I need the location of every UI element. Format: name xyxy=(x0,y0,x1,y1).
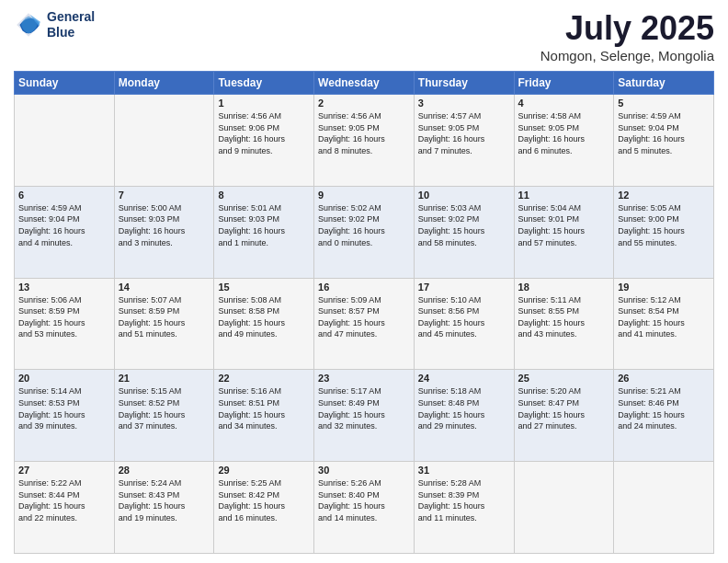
calendar-cell: 19Sunrise: 5:12 AM Sunset: 8:54 PM Dayli… xyxy=(614,278,714,370)
day-info: Sunrise: 5:28 AM Sunset: 8:39 PM Dayligh… xyxy=(418,477,510,523)
day-info: Sunrise: 5:08 AM Sunset: 8:58 PM Dayligh… xyxy=(218,294,310,340)
day-number: 17 xyxy=(418,282,510,293)
calendar-week-row: 1Sunrise: 4:56 AM Sunset: 9:06 PM Daylig… xyxy=(15,95,714,187)
day-info: Sunrise: 4:59 AM Sunset: 9:04 PM Dayligh… xyxy=(618,110,710,156)
calendar-cell: 20Sunrise: 5:14 AM Sunset: 8:53 PM Dayli… xyxy=(15,370,115,462)
calendar-cell: 5Sunrise: 4:59 AM Sunset: 9:04 PM Daylig… xyxy=(614,95,714,187)
day-number: 24 xyxy=(418,373,510,384)
day-info: Sunrise: 5:00 AM Sunset: 9:03 PM Dayligh… xyxy=(119,202,210,248)
logo-icon xyxy=(14,10,43,40)
day-number: 9 xyxy=(318,190,410,201)
calendar-cell xyxy=(15,95,115,187)
day-number: 16 xyxy=(318,282,410,293)
day-number: 20 xyxy=(18,373,110,384)
calendar-cell: 21Sunrise: 5:15 AM Sunset: 8:52 PM Dayli… xyxy=(114,370,214,462)
day-number: 18 xyxy=(518,282,610,293)
day-info: Sunrise: 4:56 AM Sunset: 9:06 PM Dayligh… xyxy=(218,110,310,156)
calendar-cell: 12Sunrise: 5:05 AM Sunset: 9:00 PM Dayli… xyxy=(614,186,714,278)
day-info: Sunrise: 5:20 AM Sunset: 8:47 PM Dayligh… xyxy=(518,385,610,431)
calendar-cell: 29Sunrise: 5:25 AM Sunset: 8:42 PM Dayli… xyxy=(214,462,314,554)
title-block: July 2025 Nomgon, Selenge, Mongolia xyxy=(540,9,714,63)
day-number: 10 xyxy=(418,190,510,201)
day-number: 31 xyxy=(418,465,510,476)
day-info: Sunrise: 5:05 AM Sunset: 9:00 PM Dayligh… xyxy=(618,202,710,248)
day-number: 21 xyxy=(119,373,210,384)
calendar-cell: 22Sunrise: 5:16 AM Sunset: 8:51 PM Dayli… xyxy=(214,370,314,462)
calendar-cell: 23Sunrise: 5:17 AM Sunset: 8:49 PM Dayli… xyxy=(314,370,415,462)
calendar-cell: 30Sunrise: 5:26 AM Sunset: 8:40 PM Dayli… xyxy=(314,462,415,554)
day-number: 2 xyxy=(318,98,410,109)
day-number: 11 xyxy=(518,190,610,201)
day-info: Sunrise: 5:04 AM Sunset: 9:01 PM Dayligh… xyxy=(518,202,610,248)
month-title: July 2025 xyxy=(540,9,714,48)
day-number: 27 xyxy=(18,465,110,476)
day-number: 22 xyxy=(218,373,310,384)
day-number: 7 xyxy=(119,190,210,201)
day-info: Sunrise: 5:26 AM Sunset: 8:40 PM Dayligh… xyxy=(318,477,410,523)
calendar-week-row: 20Sunrise: 5:14 AM Sunset: 8:53 PM Dayli… xyxy=(15,370,714,462)
calendar-cell: 7Sunrise: 5:00 AM Sunset: 9:03 PM Daylig… xyxy=(114,186,214,278)
day-info: Sunrise: 5:25 AM Sunset: 8:42 PM Dayligh… xyxy=(218,477,310,523)
weekday-header: Sunday xyxy=(15,72,115,95)
day-info: Sunrise: 5:03 AM Sunset: 9:02 PM Dayligh… xyxy=(418,202,510,248)
calendar-week-row: 6Sunrise: 4:59 AM Sunset: 9:04 PM Daylig… xyxy=(15,186,714,278)
calendar-cell: 3Sunrise: 4:57 AM Sunset: 9:05 PM Daylig… xyxy=(414,95,514,187)
day-number: 23 xyxy=(318,373,410,384)
calendar-cell xyxy=(614,462,714,554)
day-number: 14 xyxy=(119,282,210,293)
weekday-header-row: SundayMondayTuesdayWednesdayThursdayFrid… xyxy=(15,72,714,95)
calendar-cell: 9Sunrise: 5:02 AM Sunset: 9:02 PM Daylig… xyxy=(314,186,415,278)
calendar-cell: 16Sunrise: 5:09 AM Sunset: 8:57 PM Dayli… xyxy=(314,278,415,370)
weekday-header: Monday xyxy=(114,72,214,95)
day-info: Sunrise: 5:16 AM Sunset: 8:51 PM Dayligh… xyxy=(218,385,310,431)
day-info: Sunrise: 5:09 AM Sunset: 8:57 PM Dayligh… xyxy=(318,294,410,340)
calendar-cell: 17Sunrise: 5:10 AM Sunset: 8:56 PM Dayli… xyxy=(414,278,514,370)
location: Nomgon, Selenge, Mongolia xyxy=(540,48,714,63)
day-number: 28 xyxy=(119,465,210,476)
day-number: 30 xyxy=(318,465,410,476)
day-info: Sunrise: 4:58 AM Sunset: 9:05 PM Dayligh… xyxy=(518,110,610,156)
page: General Blue July 2025 Nomgon, Selenge, … xyxy=(0,0,728,563)
day-number: 26 xyxy=(618,373,710,384)
day-info: Sunrise: 4:57 AM Sunset: 9:05 PM Dayligh… xyxy=(418,110,510,156)
weekday-header: Saturday xyxy=(614,72,714,95)
day-info: Sunrise: 5:17 AM Sunset: 8:49 PM Dayligh… xyxy=(318,385,410,431)
calendar-cell: 18Sunrise: 5:11 AM Sunset: 8:55 PM Dayli… xyxy=(514,278,614,370)
day-info: Sunrise: 5:15 AM Sunset: 8:52 PM Dayligh… xyxy=(119,385,210,431)
calendar-cell: 4Sunrise: 4:58 AM Sunset: 9:05 PM Daylig… xyxy=(514,95,614,187)
day-number: 12 xyxy=(618,190,710,201)
calendar-cell: 13Sunrise: 5:06 AM Sunset: 8:59 PM Dayli… xyxy=(15,278,115,370)
day-number: 4 xyxy=(518,98,610,109)
calendar-week-row: 13Sunrise: 5:06 AM Sunset: 8:59 PM Dayli… xyxy=(15,278,714,370)
day-number: 3 xyxy=(418,98,510,109)
day-info: Sunrise: 5:18 AM Sunset: 8:48 PM Dayligh… xyxy=(418,385,510,431)
day-info: Sunrise: 5:11 AM Sunset: 8:55 PM Dayligh… xyxy=(518,294,610,340)
calendar-cell: 6Sunrise: 4:59 AM Sunset: 9:04 PM Daylig… xyxy=(15,186,115,278)
logo-text: General Blue xyxy=(47,9,95,40)
weekday-header: Tuesday xyxy=(214,72,314,95)
logo: General Blue xyxy=(14,9,95,40)
calendar-cell: 15Sunrise: 5:08 AM Sunset: 8:58 PM Dayli… xyxy=(214,278,314,370)
calendar-week-row: 27Sunrise: 5:22 AM Sunset: 8:44 PM Dayli… xyxy=(15,462,714,554)
day-number: 6 xyxy=(18,190,110,201)
day-info: Sunrise: 4:59 AM Sunset: 9:04 PM Dayligh… xyxy=(18,202,110,248)
calendar-cell: 27Sunrise: 5:22 AM Sunset: 8:44 PM Dayli… xyxy=(15,462,115,554)
calendar-cell: 31Sunrise: 5:28 AM Sunset: 8:39 PM Dayli… xyxy=(414,462,514,554)
calendar-cell: 10Sunrise: 5:03 AM Sunset: 9:02 PM Dayli… xyxy=(414,186,514,278)
header: General Blue July 2025 Nomgon, Selenge, … xyxy=(14,9,714,63)
calendar-cell: 14Sunrise: 5:07 AM Sunset: 8:59 PM Dayli… xyxy=(114,278,214,370)
day-info: Sunrise: 5:22 AM Sunset: 8:44 PM Dayligh… xyxy=(18,477,110,523)
day-info: Sunrise: 5:06 AM Sunset: 8:59 PM Dayligh… xyxy=(18,294,110,340)
day-info: Sunrise: 5:07 AM Sunset: 8:59 PM Dayligh… xyxy=(119,294,210,340)
calendar-cell: 2Sunrise: 4:56 AM Sunset: 9:05 PM Daylig… xyxy=(314,95,415,187)
calendar-cell: 8Sunrise: 5:01 AM Sunset: 9:03 PM Daylig… xyxy=(214,186,314,278)
day-number: 13 xyxy=(18,282,110,293)
day-info: Sunrise: 5:24 AM Sunset: 8:43 PM Dayligh… xyxy=(119,477,210,523)
day-number: 5 xyxy=(618,98,710,109)
day-number: 1 xyxy=(218,98,310,109)
day-number: 25 xyxy=(518,373,610,384)
calendar-cell: 24Sunrise: 5:18 AM Sunset: 8:48 PM Dayli… xyxy=(414,370,514,462)
day-info: Sunrise: 4:56 AM Sunset: 9:05 PM Dayligh… xyxy=(318,110,410,156)
calendar-cell: 26Sunrise: 5:21 AM Sunset: 8:46 PM Dayli… xyxy=(614,370,714,462)
calendar-cell: 11Sunrise: 5:04 AM Sunset: 9:01 PM Dayli… xyxy=(514,186,614,278)
